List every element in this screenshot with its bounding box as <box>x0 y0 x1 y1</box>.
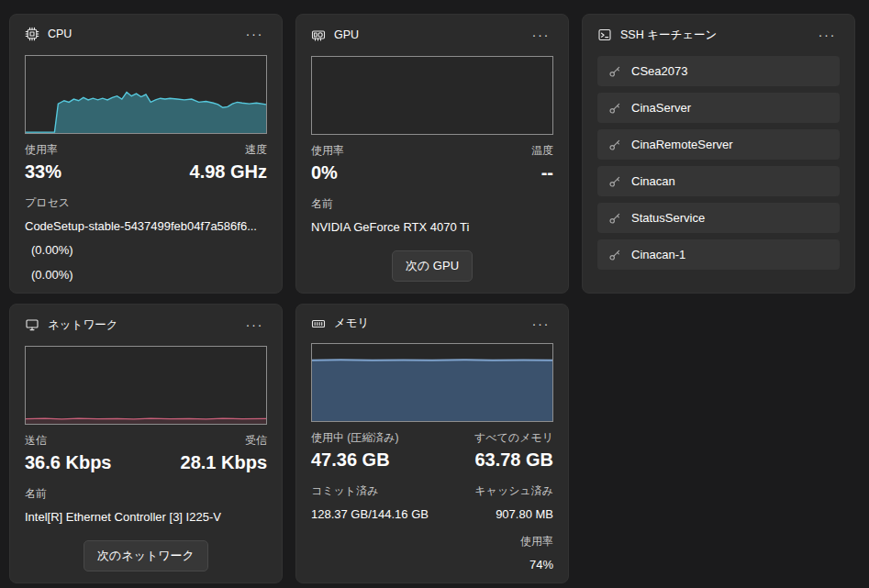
ssh-key-item[interactable]: StatusService <box>597 203 840 233</box>
key-icon <box>608 249 621 261</box>
gpu-usage-value: 0% <box>311 162 338 183</box>
cpu-speed-value: 4.98 GHz <box>190 161 267 183</box>
ssh-widget-menu-button[interactable]: ··· <box>815 28 841 41</box>
ssh-key-list: CSea2073 CinaServer CinaRemoteServer <box>597 56 840 270</box>
memory-usage-chart <box>311 343 553 422</box>
cpu-process-stats: (0.00%)(0.00%) <box>25 232 267 282</box>
network-send-value: 36.6 Kbps <box>25 452 111 473</box>
network-receive-label: 受信 <box>245 433 267 449</box>
gpu-usage-label: 使用率 <box>311 143 344 159</box>
key-icon <box>608 65 621 78</box>
gpu-stat-values: 0% -- <box>311 162 553 183</box>
next-network-button[interactable]: 次のネットワーク <box>84 540 208 571</box>
ssh-widget-title: SSH キーチェーン <box>620 28 717 43</box>
memory-stat-values: 47.36 GB 63.78 GB <box>311 449 553 471</box>
gpu-widget-header: GPU ··· <box>311 26 553 44</box>
memory-in-use-label: 使用中 (圧縮済み) <box>311 430 399 446</box>
gpu-widget-menu-button[interactable]: ··· <box>529 28 554 41</box>
key-icon <box>608 139 621 151</box>
network-widget: ネットワーク ··· 送信 受信 36.6 Kbps 28.1 Kbps 名前 … <box>9 304 283 583</box>
gpu-widget-title: GPU <box>334 28 359 41</box>
memory-committed-column: コミット済み 128.37 GB/144.16 GB <box>311 471 429 571</box>
gpu-temp-label: 温度 <box>531 143 553 159</box>
gpu-chip-icon <box>311 28 326 42</box>
memory-detail-columns: コミット済み 128.37 GB/144.16 GB キャッシュ済み 907.8… <box>311 471 553 571</box>
memory-committed-label: コミット済み <box>311 483 429 499</box>
memory-usage-value: 74% <box>474 558 553 571</box>
memory-stat-labels: 使用中 (圧縮済み) すべてのメモリ <box>311 430 553 446</box>
memory-widget-header: メモリ ··· <box>311 316 553 331</box>
ssh-key-name: Cinacan-1 <box>631 248 685 261</box>
ssh-key-name: Cinacan <box>631 174 675 188</box>
cpu-process-label: プロセス <box>25 195 267 211</box>
gpu-name-label: 名前 <box>311 196 553 212</box>
gpu-name-value: NVIDIA GeForce RTX 4070 Ti <box>311 220 553 234</box>
network-traffic-chart <box>25 346 267 425</box>
memory-committed-value: 128.37 GB/144.16 GB <box>311 507 429 521</box>
ssh-keychain-widget: SSH キーチェーン ··· CSea2073 CinaServer <box>582 14 855 294</box>
cpu-stat-values: 33% 4.98 GHz <box>25 161 267 183</box>
cpu-process-stat: (0.00%) <box>25 243 267 257</box>
ssh-widget-header: SSH キーチェーン ··· <box>597 26 840 44</box>
key-icon <box>608 212 621 225</box>
memory-total-label: すべてのメモリ <box>474 430 553 446</box>
memory-cached-column: キャッシュ済み 907.80 MB 使用率 74% <box>474 471 553 571</box>
memory-widget-menu-button[interactable]: ··· <box>529 317 554 330</box>
network-widget-menu-button[interactable]: ··· <box>242 318 268 331</box>
cpu-chip-icon <box>25 27 39 41</box>
key-icon <box>608 175 621 188</box>
cpu-usage-value: 33% <box>25 161 61 183</box>
network-name-label: 名前 <box>25 486 267 502</box>
cpu-stat-labels: 使用率 速度 <box>25 142 267 158</box>
network-widget-header: ネットワーク ··· <box>25 316 267 334</box>
gpu-usage-chart <box>311 56 553 135</box>
memory-widget-title: メモリ <box>334 316 369 331</box>
gpu-widget: GPU ··· 使用率 温度 0% -- 名前 NVIDIA GeForce R… <box>295 14 569 294</box>
next-gpu-button[interactable]: 次の GPU <box>392 250 473 282</box>
ssh-key-item[interactable]: Cinacan-1 <box>597 239 840 270</box>
network-stat-labels: 送信 受信 <box>25 433 267 449</box>
network-device-icon <box>25 317 39 332</box>
cpu-widget: CPU ··· 使用率 速度 33% 4.98 GHz プロセス CodeSet… <box>9 14 283 294</box>
memory-cached-value: 907.80 MB <box>474 507 553 521</box>
memory-total-value: 63.78 GB <box>474 449 553 471</box>
cpu-widget-header: CPU ··· <box>25 26 267 43</box>
cpu-process-name: CodeSetup-stable-5437499feb04f7a586f6... <box>25 219 267 232</box>
network-stat-values: 36.6 Kbps 28.1 Kbps <box>25 452 267 473</box>
cpu-process-stat: (0.00%) <box>25 268 267 282</box>
ssh-key-name: StatusService <box>631 211 705 225</box>
terminal-icon <box>597 28 612 42</box>
ram-icon <box>311 316 326 331</box>
memory-widget: メモリ ··· 使用中 (圧縮済み) すべてのメモリ 47.36 GB 63.7… <box>295 304 569 583</box>
key-icon <box>608 102 621 115</box>
ssh-key-name: CSea2073 <box>631 64 687 78</box>
cpu-widget-menu-button[interactable]: ··· <box>242 28 268 40</box>
cpu-usage-label: 使用率 <box>25 142 58 158</box>
network-name-value: Intel[R] Ethernet Controller [3] I225-V <box>25 510 267 524</box>
network-send-label: 送信 <box>25 433 47 449</box>
memory-usage-label: 使用率 <box>474 534 553 549</box>
cpu-usage-chart <box>25 55 267 134</box>
network-receive-value: 28.1 Kbps <box>181 452 267 473</box>
ssh-key-item[interactable]: CinaRemoteServer <box>597 129 840 160</box>
gpu-temp-value: -- <box>541 162 553 183</box>
ssh-key-name: CinaRemoteServer <box>631 138 733 151</box>
widget-dashboard: CPU ··· 使用率 速度 33% 4.98 GHz プロセス CodeSet… <box>0 0 869 588</box>
memory-cached-label: キャッシュ済み <box>474 483 553 499</box>
network-widget-title: ネットワーク <box>48 317 117 333</box>
cpu-widget-title: CPU <box>48 28 72 40</box>
gpu-stat-labels: 使用率 温度 <box>311 143 553 159</box>
ssh-key-item[interactable]: Cinacan <box>597 166 840 196</box>
ssh-key-item[interactable]: CSea2073 <box>597 56 840 86</box>
memory-in-use-value: 47.36 GB <box>311 449 390 471</box>
cpu-speed-label: 速度 <box>245 142 267 158</box>
ssh-key-name: CinaServer <box>631 101 691 115</box>
ssh-key-item[interactable]: CinaServer <box>597 93 840 123</box>
